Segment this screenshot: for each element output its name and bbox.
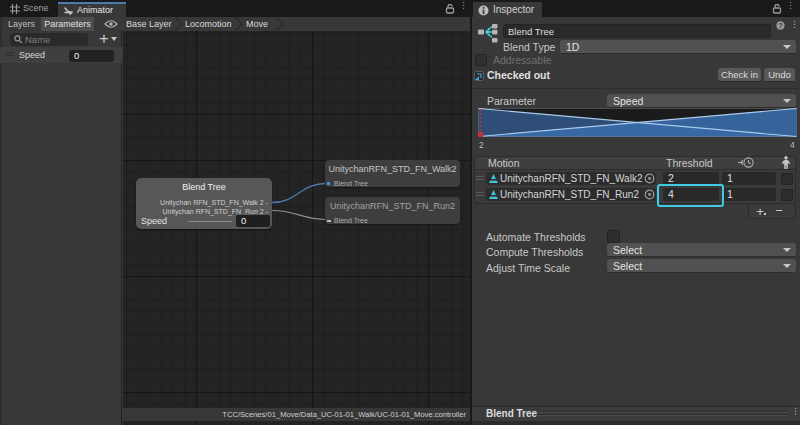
svg-text:?: ?: [778, 22, 782, 29]
